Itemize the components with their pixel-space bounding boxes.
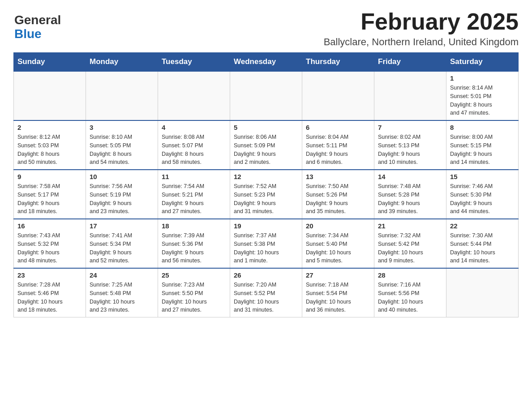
day-info: Sunrise: 7:54 AM Sunset: 5:21 PM Dayligh…	[162, 182, 226, 216]
calendar-week-4: 16Sunrise: 7:43 AM Sunset: 5:32 PM Dayli…	[14, 219, 519, 268]
day-number: 13	[306, 173, 370, 180]
calendar-week-5: 23Sunrise: 7:28 AM Sunset: 5:46 PM Dayli…	[14, 268, 519, 317]
day-info: Sunrise: 7:39 AM Sunset: 5:36 PM Dayligh…	[162, 231, 226, 265]
weekday-header-tuesday: Tuesday	[158, 53, 230, 72]
calendar-cell: 21Sunrise: 7:32 AM Sunset: 5:42 PM Dayli…	[374, 219, 446, 268]
day-number: 4	[162, 124, 226, 131]
calendar-cell: 22Sunrise: 7:30 AM Sunset: 5:44 PM Dayli…	[446, 219, 519, 268]
calendar-cell: 4Sunrise: 8:08 AM Sunset: 5:07 PM Daylig…	[158, 120, 230, 170]
day-number: 26	[234, 271, 298, 279]
calendar-cell: 7Sunrise: 8:02 AM Sunset: 5:13 PM Daylig…	[374, 120, 446, 170]
calendar-cell: 24Sunrise: 7:25 AM Sunset: 5:48 PM Dayli…	[86, 268, 158, 317]
day-number: 24	[90, 271, 154, 279]
day-info: Sunrise: 7:56 AM Sunset: 5:19 PM Dayligh…	[90, 182, 154, 216]
day-number: 5	[234, 124, 298, 131]
day-number: 28	[378, 271, 442, 279]
calendar-cell: 3Sunrise: 8:10 AM Sunset: 5:05 PM Daylig…	[86, 120, 158, 170]
day-info: Sunrise: 7:58 AM Sunset: 5:17 PM Dayligh…	[17, 182, 82, 216]
weekday-header-thursday: Thursday	[302, 53, 374, 72]
day-info: Sunrise: 8:12 AM Sunset: 5:03 PM Dayligh…	[17, 133, 82, 167]
calendar-cell: 19Sunrise: 7:37 AM Sunset: 5:38 PM Dayli…	[230, 219, 302, 268]
day-info: Sunrise: 7:34 AM Sunset: 5:40 PM Dayligh…	[306, 231, 370, 265]
day-info: Sunrise: 7:16 AM Sunset: 5:56 PM Dayligh…	[378, 281, 442, 314]
day-info: Sunrise: 7:41 AM Sunset: 5:34 PM Dayligh…	[90, 231, 154, 265]
weekday-header-monday: Monday	[86, 53, 158, 72]
calendar-cell: 28Sunrise: 7:16 AM Sunset: 5:56 PM Dayli…	[374, 268, 446, 317]
day-info: Sunrise: 8:00 AM Sunset: 5:15 PM Dayligh…	[450, 133, 515, 167]
calendar-cell: 20Sunrise: 7:34 AM Sunset: 5:40 PM Dayli…	[302, 219, 374, 268]
day-number: 18	[162, 222, 226, 230]
calendar-cell	[446, 268, 519, 317]
day-info: Sunrise: 8:06 AM Sunset: 5:09 PM Dayligh…	[234, 133, 298, 167]
day-number: 15	[450, 173, 515, 180]
calendar-cell	[158, 71, 230, 120]
day-number: 23	[17, 271, 82, 279]
day-info: Sunrise: 7:32 AM Sunset: 5:42 PM Dayligh…	[378, 231, 442, 265]
day-info: Sunrise: 7:18 AM Sunset: 5:54 PM Dayligh…	[306, 281, 370, 314]
calendar-cell: 13Sunrise: 7:50 AM Sunset: 5:26 PM Dayli…	[302, 170, 374, 219]
calendar-cell	[86, 71, 158, 120]
calendar-cell: 15Sunrise: 7:46 AM Sunset: 5:30 PM Dayli…	[446, 170, 519, 219]
day-number: 22	[450, 222, 515, 230]
calendar-cell: 16Sunrise: 7:43 AM Sunset: 5:32 PM Dayli…	[14, 219, 86, 268]
day-number: 16	[17, 222, 82, 230]
day-info: Sunrise: 8:10 AM Sunset: 5:05 PM Dayligh…	[90, 133, 154, 167]
day-info: Sunrise: 7:50 AM Sunset: 5:26 PM Dayligh…	[306, 182, 370, 216]
day-number: 3	[90, 124, 154, 131]
location-title: Ballyclare, Northern Ireland, United Kin…	[324, 36, 519, 48]
day-number: 6	[306, 124, 370, 131]
day-info: Sunrise: 8:02 AM Sunset: 5:13 PM Dayligh…	[378, 133, 442, 167]
calendar-cell: 8Sunrise: 8:00 AM Sunset: 5:15 PM Daylig…	[446, 120, 519, 170]
calendar-cell: 1Sunrise: 8:14 AM Sunset: 5:01 PM Daylig…	[446, 71, 519, 120]
day-info: Sunrise: 7:43 AM Sunset: 5:32 PM Dayligh…	[17, 231, 82, 265]
weekday-header-saturday: Saturday	[446, 53, 519, 72]
calendar-cell: 23Sunrise: 7:28 AM Sunset: 5:46 PM Dayli…	[14, 268, 86, 317]
calendar-cell: 6Sunrise: 8:04 AM Sunset: 5:11 PM Daylig…	[302, 120, 374, 170]
day-number: 1	[450, 74, 515, 82]
day-info: Sunrise: 8:04 AM Sunset: 5:11 PM Dayligh…	[306, 133, 370, 167]
calendar-cell	[230, 71, 302, 120]
weekday-header-sunday: Sunday	[14, 53, 86, 72]
calendar-cell: 27Sunrise: 7:18 AM Sunset: 5:54 PM Dayli…	[302, 268, 374, 317]
day-info: Sunrise: 7:20 AM Sunset: 5:52 PM Dayligh…	[234, 281, 298, 314]
logo: General Blue	[13, 13, 61, 41]
weekday-header-row: SundayMondayTuesdayWednesdayThursdayFrid…	[14, 53, 519, 72]
day-info: Sunrise: 7:48 AM Sunset: 5:28 PM Dayligh…	[378, 182, 442, 216]
calendar-cell: 5Sunrise: 8:06 AM Sunset: 5:09 PM Daylig…	[230, 120, 302, 170]
day-number: 20	[306, 222, 370, 230]
page-header: General Blue February 2025 Ballyclare, N…	[13, 9, 519, 48]
day-number: 17	[90, 222, 154, 230]
day-number: 21	[378, 222, 442, 230]
day-info: Sunrise: 7:30 AM Sunset: 5:44 PM Dayligh…	[450, 231, 515, 265]
day-info: Sunrise: 7:37 AM Sunset: 5:38 PM Dayligh…	[234, 231, 298, 265]
calendar-week-2: 2Sunrise: 8:12 AM Sunset: 5:03 PM Daylig…	[14, 120, 519, 170]
calendar-cell: 11Sunrise: 7:54 AM Sunset: 5:21 PM Dayli…	[158, 170, 230, 219]
calendar-cell: 12Sunrise: 7:52 AM Sunset: 5:23 PM Dayli…	[230, 170, 302, 219]
month-title: February 2025	[324, 9, 519, 34]
logo-blue: Blue	[14, 27, 61, 41]
day-number: 25	[162, 271, 226, 279]
calendar-cell	[14, 71, 86, 120]
day-info: Sunrise: 7:46 AM Sunset: 5:30 PM Dayligh…	[450, 182, 515, 216]
calendar-cell	[374, 71, 446, 120]
day-info: Sunrise: 8:14 AM Sunset: 5:01 PM Dayligh…	[450, 84, 515, 117]
calendar-cell: 18Sunrise: 7:39 AM Sunset: 5:36 PM Dayli…	[158, 219, 230, 268]
calendar-week-1: 1Sunrise: 8:14 AM Sunset: 5:01 PM Daylig…	[14, 71, 519, 120]
calendar-week-3: 9Sunrise: 7:58 AM Sunset: 5:17 PM Daylig…	[14, 170, 519, 219]
day-number: 8	[450, 124, 515, 131]
calendar-cell: 9Sunrise: 7:58 AM Sunset: 5:17 PM Daylig…	[14, 170, 86, 219]
day-number: 2	[17, 124, 82, 131]
title-block: February 2025 Ballyclare, Northern Irela…	[324, 9, 519, 48]
day-number: 14	[378, 173, 442, 180]
day-info: Sunrise: 7:25 AM Sunset: 5:48 PM Dayligh…	[90, 281, 154, 314]
calendar-cell	[302, 71, 374, 120]
day-number: 10	[90, 173, 154, 180]
day-info: Sunrise: 7:23 AM Sunset: 5:50 PM Dayligh…	[162, 281, 226, 314]
day-number: 27	[306, 271, 370, 279]
day-info: Sunrise: 7:52 AM Sunset: 5:23 PM Dayligh…	[234, 182, 298, 216]
logo-general: General	[14, 13, 61, 27]
calendar-cell: 26Sunrise: 7:20 AM Sunset: 5:52 PM Dayli…	[230, 268, 302, 317]
calendar-cell: 10Sunrise: 7:56 AM Sunset: 5:19 PM Dayli…	[86, 170, 158, 219]
calendar-cell: 14Sunrise: 7:48 AM Sunset: 5:28 PM Dayli…	[374, 170, 446, 219]
day-number: 19	[234, 222, 298, 230]
